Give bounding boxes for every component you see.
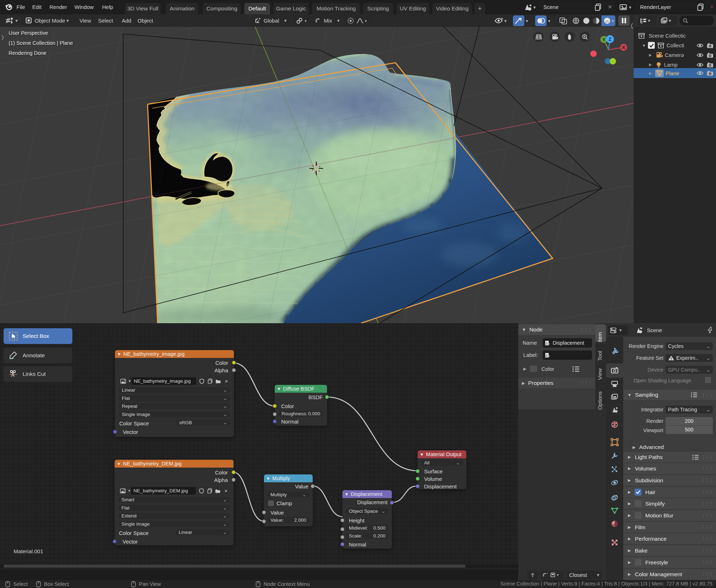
svg-text:Z: Z xyxy=(609,37,611,42)
svg-text:X: X xyxy=(622,45,625,50)
svg-text:Y: Y xyxy=(602,37,606,42)
